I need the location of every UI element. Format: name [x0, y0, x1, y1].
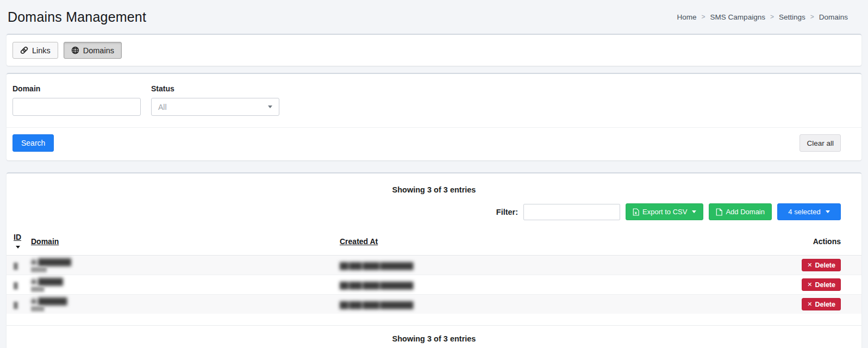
table-toolbar: Filter: Export to CSV Add Domain 4 selec… — [7, 203, 861, 220]
breadcrumb: Home > SMS Campaigns > Settings > Domain… — [677, 13, 848, 21]
chevron-down-icon — [268, 105, 272, 108]
breadcrumb-item-sms-campaigns[interactable]: SMS Campaigns — [710, 13, 765, 21]
table-header-row: ID Domain Created At Actions — [7, 229, 861, 256]
x-icon: ✕ — [807, 262, 812, 269]
status-select[interactable]: All — [151, 98, 279, 116]
breadcrumb-item-domains: Domains — [819, 13, 848, 21]
add-domain-button[interactable]: Add Domain — [709, 203, 772, 220]
showing-entries-bottom: Showing 3 of 3 entries — [7, 325, 861, 348]
filter-card: Domain Status All Search Clear all — [7, 73, 861, 160]
domains-table: ID Domain Created At Actions █ ████████ … — [7, 229, 861, 314]
breadcrumb-item-home[interactable]: Home — [677, 13, 697, 21]
column-header-domain: Domain — [27, 229, 335, 256]
sort-domain-link[interactable]: Domain — [31, 237, 59, 246]
breadcrumb-separator: > — [702, 13, 705, 21]
delete-button[interactable]: ✕ Delete — [802, 298, 841, 310]
sort-id-link[interactable]: ID — [14, 233, 21, 241]
domain-subtext-redacted: █████ — [31, 306, 67, 311]
file-icon — [716, 208, 722, 216]
tab-domains-label: Domains — [83, 46, 114, 55]
domain-field-label: Domain — [13, 84, 141, 93]
content-header: Domains Management Home > SMS Campaigns … — [0, 0, 868, 34]
delete-button[interactable]: ✕ Delete — [802, 278, 841, 291]
lock-icon — [31, 278, 36, 285]
delete-label: Delete — [815, 281, 835, 289]
tab-links-label: Links — [32, 46, 51, 55]
delete-label: Delete — [815, 262, 835, 269]
status-select-value: All — [158, 103, 167, 111]
link-icon — [20, 46, 28, 54]
id-cell: █ — [7, 295, 27, 314]
id-cell: █ — [7, 256, 27, 275]
actions-cell: ✕ Delete — [791, 256, 861, 275]
created-at-cell: ██ ███ ████ ████████ — [335, 256, 791, 275]
breadcrumb-item-settings[interactable]: Settings — [779, 13, 805, 21]
table-row: █ ██████ █████ ██ ███ ████ ████████ ✕ De… — [7, 275, 861, 295]
actions-cell: ✕ Delete — [791, 275, 861, 295]
quick-filter-label: Filter: — [496, 208, 518, 216]
delete-button[interactable]: ✕ Delete — [802, 259, 841, 271]
export-csv-button[interactable]: Export to CSV — [626, 203, 703, 220]
status-field-group: Status All — [151, 84, 279, 116]
domain-cell: ██████ █████ — [27, 275, 335, 295]
caret-down-icon — [692, 210, 696, 213]
actions-cell: ✕ Delete — [791, 295, 861, 314]
sort-created-at-link[interactable]: Created At — [340, 237, 378, 246]
column-header-id: ID — [7, 229, 27, 256]
excel-file-icon — [633, 208, 639, 216]
x-icon: ✕ — [807, 281, 812, 288]
id-cell: █ — [7, 275, 27, 295]
lock-icon — [31, 258, 36, 266]
domain-cell: ████████ ██████ — [27, 256, 335, 275]
domain-field-group: Domain — [13, 84, 141, 116]
created-at-cell: ██ ███ ████ ████████ — [335, 295, 791, 314]
sort-desc-icon — [16, 246, 20, 248]
x-icon: ✕ — [807, 301, 812, 308]
clear-all-button[interactable]: Clear all — [800, 134, 841, 152]
search-button[interactable]: Search — [13, 134, 54, 152]
page-title: Domains Management — [8, 9, 146, 25]
status-field-label: Status — [151, 84, 279, 93]
domain-link-redacted[interactable]: ██████ — [31, 278, 63, 285]
domain-link-redacted[interactable]: ████████ — [31, 258, 71, 266]
quick-filter-input[interactable] — [523, 204, 620, 220]
domain-subtext-redacted: ██████ — [31, 267, 71, 272]
caret-down-icon — [826, 210, 830, 213]
column-header-actions: Actions — [791, 229, 861, 256]
domain-link-redacted[interactable]: ███████ — [31, 297, 67, 305]
domain-subtext-redacted: █████ — [31, 287, 63, 291]
table-card: Showing 3 of 3 entries Filter: Export to… — [7, 172, 861, 348]
columns-selected-label: 4 selected — [788, 208, 820, 216]
domain-cell: ███████ █████ — [27, 295, 335, 314]
filter-fields: Domain Status All — [7, 74, 861, 127]
breadcrumb-separator: > — [810, 13, 814, 21]
filter-actions: Search Clear all — [7, 127, 861, 160]
table-row: █ ████████ ██████ ██ ███ ████ ████████ ✕… — [7, 256, 861, 275]
tab-domains[interactable]: Domains — [64, 42, 122, 59]
breadcrumb-separator: > — [770, 13, 774, 21]
showing-entries-top: Showing 3 of 3 entries — [7, 185, 861, 194]
globe-icon — [71, 46, 79, 54]
created-at-cell: ██ ███ ████ ████████ — [335, 275, 791, 295]
tab-links[interactable]: Links — [13, 42, 58, 59]
add-domain-label: Add Domain — [726, 208, 765, 216]
column-header-created-at: Created At — [335, 229, 791, 256]
tabs-card: Links Domains — [7, 34, 861, 66]
columns-selected-dropdown[interactable]: 4 selected — [777, 203, 841, 220]
table-row: █ ███████ █████ ██ ███ ████ ████████ ✕ D… — [7, 295, 861, 314]
domain-filter-input[interactable] — [13, 98, 141, 116]
delete-label: Delete — [815, 301, 835, 308]
export-csv-label: Export to CSV — [642, 208, 687, 216]
lock-icon — [31, 297, 36, 305]
